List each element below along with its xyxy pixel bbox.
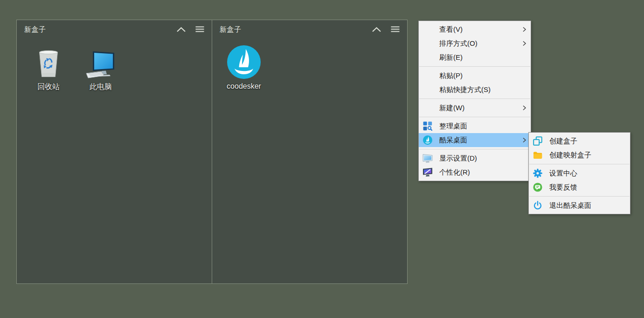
menu-item-create-mapped-box[interactable]: 创建映射盒子	[529, 148, 630, 162]
menu-item-label: 我要反馈	[549, 183, 619, 192]
desktop-icon-recycle-bin[interactable]: 回收站	[25, 44, 72, 92]
menu-item-new[interactable]: 新建(W)	[419, 101, 531, 115]
menu-item-exit-coodesker[interactable]: 退出酷呆桌面	[529, 198, 630, 212]
menu-item-personalize[interactable]: 个性化(R)	[419, 165, 531, 179]
desktop-box-1: 新盒子 回收站此电脑	[16, 20, 212, 284]
menu-item-paste-shortcut[interactable]: 粘贴快捷方式(S)	[419, 83, 531, 97]
menu-icon-empty	[422, 85, 433, 95]
menu-item-feedback[interactable]: 我要反馈	[529, 180, 630, 194]
this-pc-icon	[85, 44, 116, 79]
menu-icon-empty	[422, 24, 433, 35]
coodesker-submenu: 创建盒子创建映射盒子设置中心我要反馈退出酷呆桌面	[528, 132, 630, 214]
submenu-arrow-icon	[520, 137, 528, 143]
menu-item-label: 创建映射盒子	[549, 151, 619, 160]
menu-item-create-box[interactable]: 创建盒子	[529, 134, 630, 148]
box-header[interactable]: 新盒子	[17, 20, 212, 39]
create-box-icon	[533, 136, 543, 146]
menu-item-coodesker[interactable]: 酷呆桌面	[419, 133, 531, 147]
menu-item-display-settings[interactable]: 显示设置(D)	[419, 151, 531, 165]
menu-separator	[419, 117, 530, 117]
menu-item-label: 粘贴快捷方式(S)	[439, 85, 520, 94]
menu-separator	[419, 149, 530, 149]
settings-center-icon	[533, 168, 543, 178]
menu-item-label: 粘贴(P)	[439, 71, 520, 80]
desktop-box-2: 新盒子 coodesker	[212, 20, 408, 284]
display-settings-icon	[422, 153, 433, 163]
collapse-button[interactable]	[372, 26, 381, 34]
menu-item-organize-desktop[interactable]: 整理桌面	[419, 119, 531, 133]
menu-icon-empty	[422, 38, 433, 49]
menu-item-label: 排序方式(O)	[439, 39, 520, 48]
feedback-icon	[533, 182, 543, 192]
menu-item-label: 设置中心	[549, 169, 619, 178]
power-icon	[533, 200, 543, 211]
desktop-icon-this-pc[interactable]: 此电脑	[77, 44, 124, 92]
submenu-arrow-icon	[520, 105, 528, 111]
coodesker-app-icon	[227, 44, 261, 79]
menu-separator	[419, 99, 530, 99]
menu-icon-empty	[422, 103, 433, 113]
menu-separator	[529, 196, 630, 197]
menu-item-settings-center[interactable]: 设置中心	[529, 166, 630, 180]
menu-separator	[419, 66, 530, 67]
recycle-bin-icon	[38, 44, 59, 79]
chevron-up-icon	[176, 26, 186, 34]
menu-item-label: 酷呆桌面	[439, 136, 520, 145]
box-menu-button[interactable]	[391, 26, 400, 34]
desktop-icon-coodesker[interactable]: coodesker	[221, 44, 267, 91]
menu-icon-empty	[422, 71, 433, 81]
menu-separator	[529, 164, 630, 164]
coodesker-icon	[422, 135, 433, 145]
submenu-arrow-icon	[520, 40, 528, 47]
menu-item-refresh[interactable]: 刷新(E)	[419, 50, 531, 64]
personalize-icon	[422, 167, 433, 177]
create-mapped-box-icon	[533, 150, 543, 160]
menu-item-label: 创建盒子	[549, 137, 619, 146]
menu-item-paste[interactable]: 粘贴(P)	[419, 69, 531, 83]
desktop-context-menu: 查看(V)排序方式(O)刷新(E)粘贴(P)粘贴快捷方式(S)新建(W)整理桌面…	[418, 21, 531, 181]
menu-item-label: 查看(V)	[439, 25, 520, 34]
box-body: coodesker	[212, 39, 407, 91]
box-menu-button[interactable]	[195, 26, 204, 34]
desktop-icon-label: coodesker	[227, 82, 261, 91]
submenu-arrow-icon	[520, 26, 528, 33]
collapse-button[interactable]	[176, 26, 186, 34]
menu-item-label: 退出酷呆桌面	[549, 201, 619, 210]
box-title: 新盒子	[24, 25, 167, 34]
chevron-up-icon	[372, 26, 381, 34]
menu-item-sort-by[interactable]: 排序方式(O)	[419, 36, 531, 50]
hamburger-menu-icon	[195, 26, 204, 34]
menu-item-label: 整理桌面	[439, 122, 520, 131]
menu-item-view[interactable]: 查看(V)	[419, 22, 531, 36]
hamburger-menu-icon	[391, 26, 400, 34]
box-title: 新盒子	[220, 25, 362, 34]
organize-desktop-icon	[422, 121, 433, 131]
box-body: 回收站此电脑	[17, 39, 212, 92]
menu-item-label: 个性化(R)	[439, 168, 520, 177]
menu-item-label: 刷新(E)	[439, 53, 520, 62]
desktop-icon-label: 回收站	[37, 82, 60, 92]
menu-icon-empty	[422, 52, 433, 63]
menu-item-label: 显示设置(D)	[439, 154, 520, 163]
box-header[interactable]: 新盒子	[212, 20, 407, 39]
menu-item-label: 新建(W)	[439, 104, 520, 113]
desktop-icon-label: 此电脑	[90, 82, 112, 92]
